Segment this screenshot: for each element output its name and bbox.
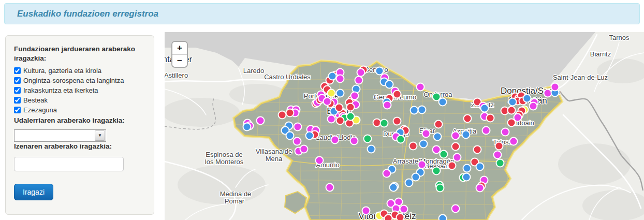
map-marker[interactable] <box>487 114 494 122</box>
besteak-checkbox[interactable] <box>14 97 21 104</box>
map-marker[interactable] <box>418 161 426 169</box>
map-marker[interactable] <box>243 123 251 131</box>
map-marker[interactable] <box>453 154 461 162</box>
map-marker[interactable] <box>417 83 425 91</box>
map-marker[interactable] <box>405 179 413 187</box>
map-marker[interactable] <box>508 119 516 127</box>
map-marker[interactable] <box>351 92 359 100</box>
map-marker[interactable] <box>279 111 286 119</box>
map-marker[interactable] <box>433 167 441 175</box>
map-marker[interactable] <box>523 95 531 102</box>
map-marker[interactable] <box>380 120 388 127</box>
map-marker[interactable] <box>328 90 335 97</box>
map-marker[interactable] <box>463 173 471 181</box>
map-marker[interactable] <box>476 163 484 171</box>
map-marker[interactable] <box>324 98 331 106</box>
map-marker[interactable] <box>347 104 355 111</box>
map-marker[interactable] <box>336 117 344 125</box>
map-marker[interactable] <box>355 77 363 84</box>
map-marker[interactable] <box>436 184 444 192</box>
map-marker[interactable] <box>364 135 372 143</box>
map-marker[interactable] <box>452 143 460 151</box>
map-marker[interactable] <box>434 133 442 141</box>
map-marker[interactable] <box>397 214 404 220</box>
map-marker[interactable] <box>439 215 447 220</box>
name-input[interactable] <box>14 157 124 171</box>
checkbox-row-besteak[interactable]: Besteak <box>14 96 145 104</box>
map-marker[interactable] <box>300 145 308 153</box>
map-marker[interactable] <box>257 117 265 125</box>
map-marker[interactable] <box>435 121 443 128</box>
map-marker[interactable] <box>393 91 401 98</box>
map-marker[interactable] <box>400 206 408 213</box>
municipality-select[interactable]: ▼ <box>14 129 106 142</box>
map-marker[interactable] <box>510 138 518 145</box>
map-marker[interactable] <box>420 140 428 148</box>
map-marker[interactable] <box>448 162 456 170</box>
map-marker[interactable] <box>384 101 391 109</box>
map-marker[interactable] <box>335 104 343 112</box>
checkbox-row-ongintza[interactable]: Ongintza-sorospena eta langintza <box>14 77 145 84</box>
map-marker[interactable] <box>481 105 489 112</box>
map-marker[interactable] <box>306 132 314 140</box>
map-marker[interactable] <box>326 184 334 192</box>
map-marker[interactable] <box>422 130 430 138</box>
map-marker[interactable] <box>508 107 516 114</box>
zoom-out-button[interactable]: − <box>172 54 187 67</box>
map-marker[interactable] <box>462 131 470 139</box>
map-marker[interactable] <box>368 145 375 153</box>
map-marker[interactable] <box>530 102 537 110</box>
map-marker[interactable] <box>509 98 517 106</box>
map-marker[interactable] <box>386 81 393 89</box>
map-marker[interactable] <box>328 115 335 123</box>
map-marker[interactable] <box>350 137 358 145</box>
chevron-down-icon[interactable]: ▼ <box>95 130 105 141</box>
map-marker[interactable] <box>463 165 471 172</box>
map-marker[interactable] <box>411 107 418 114</box>
map-marker[interactable] <box>336 75 344 83</box>
map-marker[interactable] <box>347 113 355 121</box>
map-marker[interactable] <box>544 90 552 97</box>
map-marker[interactable] <box>385 215 392 220</box>
ongintza-checkbox[interactable] <box>14 77 21 84</box>
map-marker[interactable] <box>390 184 398 192</box>
map-marker[interactable] <box>502 128 509 136</box>
map-marker[interactable] <box>495 142 503 150</box>
map[interactable]: SantanderAstilleroLaredoCastro UrdialesB… <box>165 32 644 220</box>
checkbox-row-irakaskuntza[interactable]: Irakaskuntza eta ikerketa <box>14 86 145 94</box>
map-marker[interactable] <box>331 136 339 144</box>
irakaskuntza-checkbox[interactable] <box>14 87 21 94</box>
map-marker[interactable] <box>418 106 426 114</box>
map-marker[interactable] <box>409 142 417 150</box>
map-marker[interactable] <box>474 146 481 154</box>
map-marker[interactable] <box>439 98 447 106</box>
kultura-checkbox[interactable] <box>14 67 21 74</box>
map-marker[interactable] <box>433 146 441 154</box>
map-marker[interactable] <box>452 205 460 213</box>
map-marker[interactable] <box>294 123 302 131</box>
map-marker[interactable] <box>496 159 504 167</box>
map-marker[interactable] <box>412 173 420 181</box>
filter-button[interactable]: Iragazi <box>14 184 53 200</box>
map-marker[interactable] <box>294 138 301 145</box>
map-marker[interactable] <box>373 119 381 127</box>
map-marker[interactable] <box>376 67 384 75</box>
map-marker[interactable] <box>397 136 405 143</box>
checkbox-row-ezezaguna[interactable]: Ezezaguna <box>14 106 145 114</box>
map-marker[interactable] <box>393 118 401 125</box>
checkbox-row-kultura[interactable]: Kultura, gazteria eta kirola <box>14 67 145 75</box>
map-marker[interactable] <box>362 207 370 215</box>
map-marker[interactable] <box>286 132 294 140</box>
map-marker[interactable] <box>329 72 336 80</box>
zoom-in-button[interactable]: + <box>172 42 187 54</box>
map-marker[interactable] <box>336 90 344 97</box>
map-marker[interactable] <box>357 69 365 77</box>
ezezaguna-checkbox[interactable] <box>14 107 21 113</box>
map-marker[interactable] <box>286 109 294 117</box>
map-marker[interactable] <box>464 115 472 123</box>
map-marker[interactable] <box>440 151 448 158</box>
map-marker[interactable] <box>316 157 324 165</box>
map-marker[interactable] <box>482 127 490 135</box>
map-marker[interactable] <box>452 132 460 140</box>
map-marker[interactable] <box>476 184 484 192</box>
